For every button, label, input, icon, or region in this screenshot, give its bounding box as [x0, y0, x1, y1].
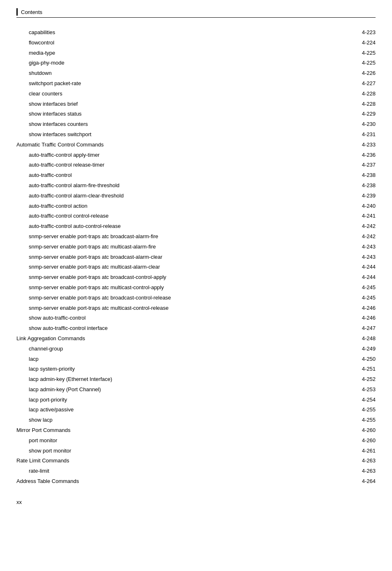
- table-row: auto-traffic-control control-release4-24…: [16, 211, 376, 221]
- entry-label: snmp-server enable port-traps atc broadc…: [16, 293, 346, 303]
- table-row: Mirror Port Commands4-260: [16, 425, 376, 436]
- entry-label: lacp admin-key (Port Channel): [16, 385, 346, 395]
- table-row: Link Aggregation Commands4-248: [16, 334, 376, 344]
- entry-label: auto-traffic-control: [16, 170, 346, 181]
- table-row: switchport packet-rate4-227: [16, 79, 376, 89]
- table-row: channel-group4-249: [16, 344, 376, 354]
- entry-page: 4-263: [346, 456, 376, 466]
- table-row: snmp-server enable port-traps atc broadc…: [16, 252, 376, 262]
- entry-page: 4-228: [346, 89, 376, 99]
- entry-label: clear counters: [16, 89, 346, 99]
- table-row: show auto-traffic-control4-246: [16, 313, 376, 323]
- entry-page: 4-252: [346, 374, 376, 385]
- table-row: snmp-server enable port-traps atc multic…: [16, 242, 376, 252]
- table-row: lacp admin-key (Port Channel)4-253: [16, 385, 376, 395]
- table-row: snmp-server enable port-traps atc multic…: [16, 283, 376, 293]
- table-row: auto-traffic-control release-timer4-237: [16, 160, 376, 170]
- table-row: show interfaces brief4-228: [16, 99, 376, 109]
- entry-page: 4-264: [346, 476, 376, 487]
- table-row: lacp system-priority4-251: [16, 364, 376, 374]
- table-row: shutdown4-226: [16, 68, 376, 79]
- entry-label: show lacp: [16, 415, 346, 425]
- entry-page: 4-241: [346, 211, 376, 221]
- entry-page: 4-244: [346, 262, 376, 272]
- entry-page: 4-224: [346, 38, 376, 48]
- entry-page: 4-230: [346, 119, 376, 130]
- entry-label: auto-traffic-control auto-control-releas…: [16, 221, 346, 232]
- entry-page: 4-249: [346, 344, 376, 354]
- entry-page: 4-242: [346, 232, 376, 242]
- entry-label: switchport packet-rate: [16, 79, 346, 89]
- entry-label: lacp admin-key (Ethernet Interface): [16, 374, 346, 385]
- entry-page: 4-245: [346, 283, 376, 293]
- table-row: auto-traffic-control auto-control-releas…: [16, 221, 376, 232]
- entry-page: 4-236: [346, 150, 376, 160]
- entry-page: 4-243: [346, 252, 376, 262]
- table-row: auto-traffic-control alarm-clear-thresho…: [16, 191, 376, 201]
- entry-label: auto-traffic-control control-release: [16, 211, 346, 221]
- entry-page: 4-233: [346, 140, 376, 150]
- entry-label: snmp-server enable port-traps atc multic…: [16, 242, 346, 252]
- entry-label: giga-phy-mode: [16, 58, 346, 68]
- entry-label: snmp-server enable port-traps atc broadc…: [16, 272, 346, 283]
- table-row: Address Table Commands4-264: [16, 476, 376, 487]
- entry-label: show auto-traffic-control interface: [16, 323, 346, 334]
- entry-page: 4-248: [346, 334, 376, 344]
- entry-label: show auto-traffic-control: [16, 313, 346, 323]
- entry-page: 4-253: [346, 385, 376, 395]
- entry-label: show interfaces brief: [16, 99, 346, 109]
- table-row: show port monitor4-261: [16, 446, 376, 456]
- entry-page: 4-246: [346, 313, 376, 323]
- entry-page: 4-237: [346, 160, 376, 170]
- entry-label: lacp system-priority: [16, 364, 346, 374]
- entry-label: snmp-server enable port-traps atc broadc…: [16, 232, 346, 242]
- entry-label: port monitor: [16, 436, 346, 446]
- entry-page: 4-225: [346, 48, 376, 58]
- header-title: Contents: [21, 9, 42, 15]
- entry-page: 4-227: [346, 79, 376, 89]
- entry-label: show port monitor: [16, 446, 346, 456]
- table-row: capabilities4-223: [16, 28, 376, 38]
- table-row: show interfaces switchport4-231: [16, 130, 376, 140]
- entry-page: 4-255: [346, 415, 376, 425]
- table-row: flowcontrol4-224: [16, 38, 376, 48]
- entry-page: 4-238: [346, 170, 376, 181]
- page-header: Contents: [16, 8, 376, 18]
- entry-label: auto-traffic-control release-timer: [16, 160, 346, 170]
- table-row: show lacp4-255: [16, 415, 376, 425]
- entry-page: 4-250: [346, 354, 376, 364]
- entry-page: 4-226: [346, 68, 376, 79]
- entry-label: channel-group: [16, 344, 346, 354]
- entry-page: 4-260: [346, 436, 376, 446]
- table-row: show interfaces status4-229: [16, 109, 376, 119]
- entry-page: 4-223: [346, 28, 376, 38]
- entry-label: Rate Limit Commands: [16, 456, 346, 466]
- table-row: Automatic Traffic Control Commands4-233: [16, 140, 376, 150]
- entry-page: 4-247: [346, 323, 376, 334]
- entry-label: Address Table Commands: [16, 476, 346, 487]
- table-row: auto-traffic-control4-238: [16, 170, 376, 181]
- entry-page: 4-228: [346, 99, 376, 109]
- entry-page: 4-231: [346, 130, 376, 140]
- entry-label: show interfaces switchport: [16, 130, 346, 140]
- entry-label: media-type: [16, 48, 346, 58]
- entry-label: rate-limit: [16, 466, 346, 476]
- entry-label: Mirror Port Commands: [16, 425, 346, 436]
- table-row: port monitor4-260: [16, 436, 376, 446]
- entry-label: snmp-server enable port-traps atc multic…: [16, 283, 346, 293]
- entry-label: capabilities: [16, 28, 346, 38]
- toc-table: capabilities4-223flowcontrol4-224media-t…: [16, 28, 376, 487]
- entry-label: auto-traffic-control action: [16, 201, 346, 211]
- entry-page: 4-245: [346, 293, 376, 303]
- table-row: auto-traffic-control alarm-fire-threshol…: [16, 181, 376, 191]
- entry-label: auto-traffic-control alarm-clear-thresho…: [16, 191, 346, 201]
- entry-page: 4-261: [346, 446, 376, 456]
- table-row: clear counters4-228: [16, 89, 376, 99]
- table-row: auto-traffic-control apply-timer4-236: [16, 150, 376, 160]
- entry-label: auto-traffic-control apply-timer: [16, 150, 346, 160]
- entry-page: 4-260: [346, 425, 376, 436]
- entry-label: Automatic Traffic Control Commands: [16, 140, 346, 150]
- table-row: show interfaces counters4-230: [16, 119, 376, 130]
- table-row: snmp-server enable port-traps atc broadc…: [16, 272, 376, 283]
- table-row: snmp-server enable port-traps atc broadc…: [16, 232, 376, 242]
